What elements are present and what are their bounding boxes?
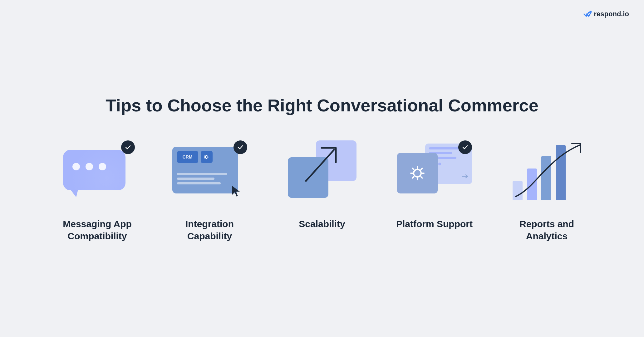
svg-point-3	[414, 169, 421, 177]
platform-front-card	[397, 153, 438, 193]
card-label-scalability: Scalability	[299, 218, 345, 230]
logo-text: respond.io	[594, 10, 629, 18]
icon-messaging	[60, 140, 135, 203]
check-badge-1	[121, 140, 135, 154]
icon-reports	[509, 140, 584, 203]
card-platform: Platform Support	[388, 140, 481, 230]
icon-scalability	[288, 140, 356, 203]
cursor-icon	[232, 186, 241, 198]
gear-button	[201, 151, 213, 163]
chat-dots	[72, 163, 106, 170]
card-messaging: Messaging App Compatibility	[51, 140, 144, 242]
card-label-platform: Platform Support	[396, 218, 473, 230]
page-title: Tips to Choose the Right Conversational …	[106, 95, 538, 115]
card-label-messaging: Messaging App Compatibility	[51, 218, 144, 242]
svg-marker-0	[232, 186, 240, 197]
check-badge-4	[458, 140, 472, 154]
crm-card: CRM	[172, 147, 238, 193]
crm-button: CRM	[177, 151, 198, 163]
svg-line-1	[306, 150, 334, 181]
card-reports: Reports and Analytics	[500, 140, 594, 242]
check-badge-2	[234, 140, 247, 154]
card-label-reports: Reports and Analytics	[500, 218, 594, 242]
int-lines	[177, 173, 227, 184]
logo-icon	[583, 11, 592, 17]
card-integration: CRM	[163, 140, 257, 242]
scalability-arrow	[300, 144, 343, 187]
trend-line	[509, 140, 584, 203]
gear-icon	[406, 162, 428, 184]
icon-integration: CRM	[172, 140, 247, 203]
card-scalability: Scalability	[275, 140, 369, 230]
icon-platform	[397, 140, 472, 203]
card-label-integration: Integration Capability	[163, 218, 257, 242]
logo: respond.io	[583, 10, 629, 18]
cards-container: Messaging App Compatibility CRM	[51, 140, 594, 242]
